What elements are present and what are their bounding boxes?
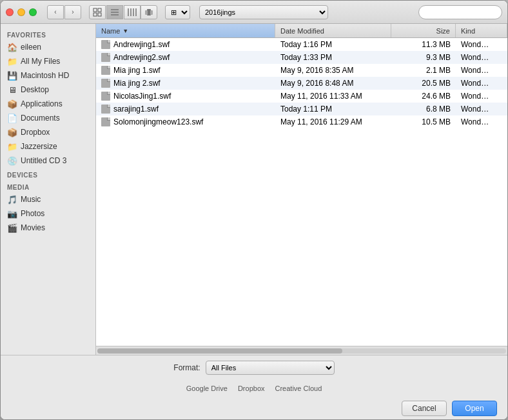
sidebar-item-label: Untitled CD 3: [21, 156, 66, 165]
sidebar-item-dropbox[interactable]: 📦 Dropbox: [1, 125, 95, 139]
col-size-label: Size: [436, 27, 450, 35]
music-icon: 🎵: [7, 194, 17, 205]
sidebar-item-label: Photos: [21, 209, 44, 218]
file-kind: Wond…: [456, 38, 507, 51]
svg-rect-0: [93, 8, 97, 12]
table-row[interactable]: Mia jing 1.swf May 9, 2016 8:35 AM 2.1 M…: [96, 64, 507, 77]
media-header: MEDIA: [1, 180, 95, 192]
sidebar-item-applications[interactable]: 📦 Applications: [1, 97, 95, 111]
format-select[interactable]: All FilesSWF FilesDocuments: [206, 361, 335, 375]
cd-icon: 💿: [7, 155, 17, 166]
cloud-button[interactable]: Creative Cloud: [275, 385, 322, 392]
forward-button[interactable]: ›: [64, 5, 81, 19]
file-icon: [101, 117, 110, 126]
horizontal-scrollbar[interactable]: [96, 346, 507, 355]
movies-icon: 🎬: [7, 223, 17, 233]
col-kind[interactable]: Kind: [456, 24, 507, 37]
sidebar-item-label: Jazzersize: [21, 142, 57, 151]
col-date[interactable]: Date Modified: [275, 24, 391, 37]
table-row[interactable]: Andrewjing1.swf Today 1:16 PM 11.3 MB Wo…: [96, 38, 507, 51]
sidebar-item-all-my-files[interactable]: 📁 All My Files: [1, 54, 95, 68]
sidebar-item-label: All My Files: [21, 57, 60, 66]
file-kind: Wond…: [456, 103, 507, 115]
view-dropdown[interactable]: ⊞: [165, 5, 190, 19]
file-name-text: Andrewjing1.swf: [113, 40, 170, 49]
col-size[interactable]: Size: [391, 24, 456, 37]
documents-icon: 📄: [7, 113, 17, 123]
file-name: sarajing1.swf: [96, 103, 275, 115]
close-button[interactable]: [6, 8, 14, 16]
view-list-button[interactable]: [106, 5, 123, 19]
sidebar-item-photos[interactable]: 📷 Photos: [1, 206, 95, 221]
file-date: May 9, 2016 8:48 AM: [275, 77, 391, 90]
folder-select[interactable]: 2016jings: [199, 5, 328, 19]
file-date: Today 1:11 PM: [275, 103, 391, 115]
sidebar-item-label: Music: [21, 195, 41, 204]
table-row[interactable]: NicolasJing1.swf May 11, 2016 11:33 AM 2…: [96, 90, 507, 103]
dropbox-icon: 📦: [7, 127, 17, 137]
search-input[interactable]: [418, 5, 502, 19]
file-size: 20.5 MB: [391, 77, 456, 90]
col-name[interactable]: Name ▼: [96, 24, 275, 37]
table-row[interactable]: sarajing1.swf Today 1:11 PM 6.8 MB Wond…: [96, 103, 507, 115]
file-date: May 11, 2016 11:29 AM: [275, 115, 391, 128]
sidebar-item-jazzersize[interactable]: 📁 Jazzersize: [1, 139, 95, 154]
view-column-button[interactable]: [124, 5, 141, 19]
folder2-icon: 📁: [7, 141, 17, 152]
file-name: Andrewjing1.swf: [96, 38, 275, 51]
svg-rect-1: [98, 8, 101, 12]
file-kind: Wond…: [456, 115, 507, 128]
open-button[interactable]: Open: [452, 401, 497, 416]
cancel-button[interactable]: Cancel: [402, 401, 447, 416]
file-size: 10.5 MB: [391, 115, 456, 128]
file-icon: [101, 79, 110, 88]
cloud-button[interactable]: Dropbox: [238, 385, 265, 392]
sidebar-item-label: Applications: [21, 99, 63, 108]
table-row[interactable]: Andrewjing2.swf Today 1:33 PM 9.3 MB Won…: [96, 51, 507, 64]
sidebar-item-label: eileen: [21, 43, 41, 52]
table-row[interactable]: Solomonjingmeow123.swf May 11, 2016 11:2…: [96, 115, 507, 128]
sidebar-item-music[interactable]: 🎵 Music: [1, 192, 95, 206]
file-open-dialog: ‹ ›: [0, 0, 508, 420]
sidebar-item-macintosh-hd[interactable]: 💾 Macintosh HD: [1, 68, 95, 83]
file-date: Today 1:16 PM: [275, 38, 391, 51]
view-icon-button[interactable]: [89, 5, 106, 19]
cloud-button[interactable]: Google Drive: [186, 385, 228, 392]
title-bar: ‹ ›: [1, 1, 507, 24]
scroll-thumb[interactable]: [97, 348, 342, 354]
sidebar-item-label: Dropbox: [21, 128, 50, 137]
sidebar-item-label: Desktop: [21, 85, 49, 94]
file-area: Name ▼ Date Modified Size Kind Andrewjin…: [96, 24, 507, 355]
back-button[interactable]: ‹: [47, 5, 64, 19]
maximize-button[interactable]: [29, 8, 37, 16]
file-icon: [101, 53, 110, 62]
sidebar-item-desktop[interactable]: 🖥 Desktop: [1, 83, 95, 97]
file-size: 9.3 MB: [391, 51, 456, 64]
sidebar-item-eileen[interactable]: 🏠 eileen: [1, 40, 95, 54]
view-coverflow-button[interactable]: [141, 5, 157, 19]
col-kind-label: Kind: [461, 27, 475, 35]
file-date: Today 1:33 PM: [275, 51, 391, 64]
folder-icon: 📁: [7, 56, 17, 66]
nav-buttons: ‹ ›: [47, 5, 81, 19]
home-icon: 🏠: [7, 42, 17, 52]
file-kind: Wond…: [456, 90, 507, 103]
table-row[interactable]: Mia jing 2.swf May 9, 2016 8:48 AM 20.5 …: [96, 77, 507, 90]
sidebar-item-movies[interactable]: 🎬 Movies: [1, 221, 95, 235]
file-header: Name ▼ Date Modified Size Kind: [96, 24, 507, 38]
sidebar-item-label: Macintosh HD: [21, 71, 69, 80]
sidebar-item-label: Documents: [21, 114, 60, 123]
file-name-text: Mia jing 2.swf: [113, 79, 161, 88]
view-select[interactable]: ⊞: [165, 5, 190, 19]
file-size: 2.1 MB: [391, 64, 456, 77]
svg-rect-13: [150, 10, 153, 15]
minimize-button[interactable]: [17, 8, 25, 16]
sidebar-item-documents[interactable]: 📄 Documents: [1, 111, 95, 125]
folder-dropdown[interactable]: 2016jings: [199, 5, 328, 19]
main-content: FAVORITES 🏠 eileen 📁 All My Files 💾 Maci…: [1, 24, 507, 355]
devices-header: DEVICES: [1, 168, 95, 180]
sidebar-item-untitled-cd[interactable]: 💿 Untitled CD 3: [1, 154, 95, 168]
file-list: Andrewjing1.swf Today 1:16 PM 11.3 MB Wo…: [96, 38, 507, 346]
file-kind: Wond…: [456, 77, 507, 90]
sort-arrow: ▼: [122, 28, 128, 34]
